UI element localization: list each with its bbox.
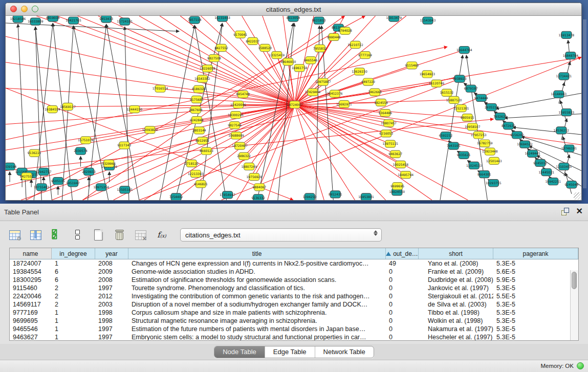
- graph-node[interactable]: 10942251: [546, 178, 561, 185]
- graph-node[interactable]: 8912955: [195, 137, 209, 144]
- cell-short[interactable]: Dudbridge et al. (2008): [419, 276, 493, 283]
- graph-node[interactable]: 6879197: [464, 85, 478, 92]
- cell-short[interactable]: Tibbo et al. (1998): [419, 309, 493, 316]
- cell-out_de[interactable]: 0: [386, 317, 419, 324]
- graph-node[interactable]: 9805915: [461, 114, 474, 121]
- graph-node[interactable]: 1451947: [66, 180, 80, 187]
- window-resize-grip[interactable]: [574, 192, 581, 200]
- cell-year[interactable]: 1997: [95, 334, 128, 340]
- cell-year[interactable]: 2009: [95, 268, 128, 275]
- graph-node[interactable]: 9465546: [304, 57, 318, 64]
- graph-node[interactable]: 17854947: [220, 191, 235, 199]
- cell-short[interactable]: Stergiakouli et al. (2012): [419, 293, 493, 300]
- cell-pagerank[interactable]: 5.3E-5: [493, 285, 578, 292]
- table-row[interactable]: 946362711997Embryonic stem cells: a mode…: [10, 333, 578, 340]
- graph-node[interactable]: 10293755: [486, 180, 502, 187]
- cell-pagerank[interactable]: 5.3E-5: [493, 301, 578, 308]
- cell-year[interactable]: 1997: [95, 285, 128, 292]
- graph-node[interactable]: 12505185: [117, 186, 133, 193]
- zoom-window-button[interactable]: [32, 6, 38, 12]
- graph-node[interactable]: 6592212: [439, 132, 453, 139]
- cell-title[interactable]: Corpus callosum shape and size in male p…: [128, 309, 386, 316]
- graph-node[interactable]: 15887520: [446, 96, 462, 103]
- float-panel-icon[interactable]: [561, 207, 569, 215]
- table-row[interactable]: 2242004622012Investigating the contribut…: [10, 292, 578, 300]
- graph-node[interactable]: 12501443: [486, 157, 502, 164]
- graph-node[interactable]: 9175685: [190, 96, 204, 103]
- cell-year[interactable]: 2008: [95, 260, 128, 267]
- graph-node[interactable]: 9777169: [358, 52, 372, 59]
- graph-node[interactable]: 19654923: [420, 71, 435, 78]
- cell-name[interactable]: 9463627: [10, 334, 52, 340]
- graph-node[interactable]: 1615132: [440, 89, 454, 96]
- cell-in_degree[interactable]: 1: [52, 317, 95, 324]
- cell-short[interactable]: Nakamura et al. (1997): [419, 325, 493, 333]
- cell-pagerank[interactable]: 5.6E-5: [493, 268, 578, 275]
- graph-node[interactable]: 2986322: [237, 152, 251, 160]
- cell-year[interactable]: 2008: [95, 276, 128, 283]
- cell-title[interactable]: Estimation of the future numbers of pati…: [128, 325, 386, 333]
- graph-node[interactable]: 16120746: [429, 80, 445, 87]
- graph-node[interactable]: 8472635: [502, 122, 515, 129]
- cell-pagerank[interactable]: 5.3E-5: [493, 325, 578, 333]
- cell-out_de[interactable]: 0: [386, 301, 419, 308]
- cell-name[interactable]: 22420046: [10, 293, 52, 300]
- graph-node[interactable]: 10694522: [517, 141, 533, 148]
- cell-in_degree[interactable]: 1: [52, 325, 95, 333]
- cell-title[interactable]: Estimation of significance thresholds fo…: [128, 276, 386, 283]
- cell-title[interactable]: Embryonic stem cells: a model to study s…: [128, 334, 386, 340]
- select-all-columns-button[interactable]: ☑☑: [49, 227, 64, 243]
- graph-node[interactable]: 8427553: [20, 173, 34, 180]
- table-selector-dropdown[interactable]: citations_edges.txt: [180, 228, 382, 242]
- cell-in_degree[interactable]: 6: [52, 276, 95, 283]
- cell-name[interactable]: 9115460: [10, 285, 52, 292]
- graph-node[interactable]: 12445021: [538, 168, 554, 176]
- graph-node[interactable]: 11521301: [453, 104, 469, 112]
- graph-node[interactable]: 7857224: [188, 16, 202, 24]
- graph-node[interactable]: 1588520: [258, 44, 272, 51]
- cell-out_de[interactable]: 49: [386, 260, 419, 267]
- table-row[interactable]: 946554611997Estimation of the future num…: [10, 325, 578, 333]
- graph-node[interactable]: 8422037: [246, 37, 259, 45]
- graph-node[interactable]: 1824554: [374, 99, 388, 106]
- column-header-in_degree[interactable]: in_degree: [52, 248, 95, 259]
- graph-node[interactable]: 15692971: [336, 100, 352, 107]
- graph-node[interactable]: 16644784: [456, 46, 472, 53]
- graph-node[interactable]: 7462660: [368, 89, 382, 96]
- graph-node[interactable]: 9227343: [117, 142, 131, 149]
- graph-node[interactable]: 8819034: [46, 16, 60, 21]
- cell-out_de[interactable]: 0: [386, 293, 419, 300]
- vertical-scrollbar[interactable]: [570, 270, 578, 340]
- cell-name[interactable]: 18724007: [10, 260, 52, 267]
- graph-node[interactable]: 10755401: [34, 184, 50, 191]
- graph-node[interactable]: 15913478: [559, 31, 575, 38]
- cell-title[interactable]: Tourette syndrome. Phenomenology and cla…: [128, 285, 386, 292]
- cell-title[interactable]: Disruption of a novel member of a sodium…: [128, 301, 386, 308]
- cell-year[interactable]: 2003: [95, 301, 128, 308]
- graph-node[interactable]: 9329966: [102, 160, 116, 167]
- tab-network-table[interactable]: Network Table: [315, 346, 374, 358]
- graph-node[interactable]: 16231443: [214, 16, 230, 21]
- cell-out_de[interactable]: 0: [386, 334, 419, 340]
- cell-pagerank[interactable]: 5.9E-5: [493, 276, 578, 283]
- graph-node[interactable]: 9474444: [474, 94, 488, 101]
- graph-node[interactable]: 9699695: [390, 183, 404, 190]
- cell-short[interactable]: Yano et al. (2008): [419, 260, 493, 267]
- graph-node[interactable]: 8664301: [477, 171, 491, 178]
- cell-short[interactable]: Jankovic et al. (1997): [419, 285, 493, 292]
- graph-node[interactable]: 6216053: [379, 130, 393, 137]
- graph-node[interactable]: 8454749: [236, 91, 250, 98]
- graph-node[interactable]: 2839194: [6, 163, 17, 170]
- column-header-out_de[interactable]: out_de…: [386, 248, 419, 259]
- graph-node[interactable]: 18807249: [241, 163, 257, 170]
- graph-node[interactable]: 22420046: [230, 101, 246, 108]
- network-window-titlebar[interactable]: citations_edges.txt: [6, 3, 581, 16]
- table-row[interactable]: 977716911998Corpus callosum shape and si…: [10, 309, 578, 317]
- cell-name[interactable]: 19384554: [10, 268, 52, 275]
- graph-node[interactable]: 9170041: [233, 31, 247, 38]
- graph-node[interactable]: 2020653: [82, 168, 96, 175]
- tab-edge-table[interactable]: Edge Table: [265, 346, 315, 358]
- cell-out_de[interactable]: 0: [386, 325, 419, 333]
- cell-out_de[interactable]: 0: [386, 268, 419, 275]
- graph-node[interactable]: 16961758: [292, 64, 308, 72]
